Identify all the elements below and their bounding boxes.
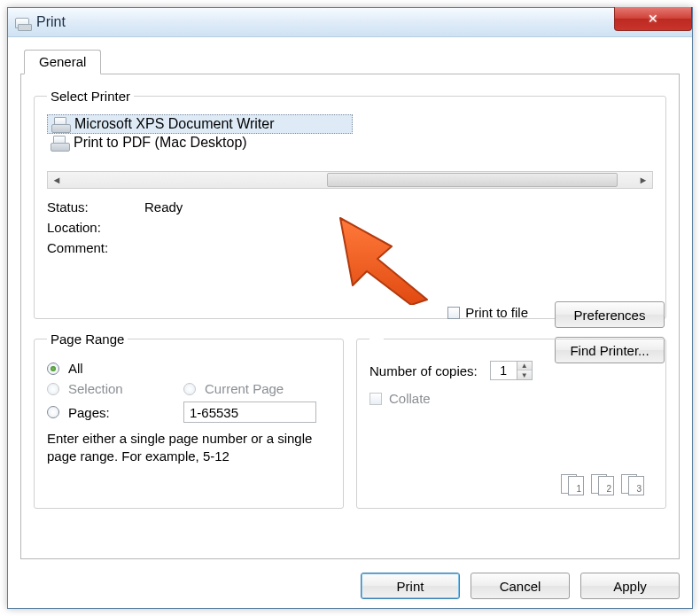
titlebar[interactable]: Print ✕: [8, 8, 692, 37]
collate-page: 1: [568, 476, 584, 495]
radio-selection-label: Selection: [68, 381, 175, 396]
cancel-button[interactable]: Cancel: [471, 573, 570, 599]
tab-general[interactable]: General: [24, 50, 101, 74]
printer-status: Status: Ready Location: Comment:: [47, 199, 366, 255]
printer-item-xps[interactable]: Microsoft XPS Document Writer: [47, 114, 353, 134]
collate-page: 2: [598, 476, 614, 495]
collate-label: Collate: [389, 391, 431, 406]
dialog-footer: Print Cancel Apply: [361, 573, 680, 599]
radio-all[interactable]: [47, 363, 59, 375]
collate-page: 3: [628, 476, 644, 495]
group-page-range: Page Range All Selection Current Page Pa…: [34, 331, 344, 509]
window-title: Print: [36, 14, 66, 30]
status-value: Ready: [144, 199, 366, 214]
close-icon: ✕: [648, 12, 658, 26]
page-range-sel-cur: Selection Current Page: [47, 381, 331, 396]
radio-current-page: [183, 383, 196, 395]
group-select-printer: Select Printer Microsoft XPS Document Wr…: [34, 89, 666, 319]
preferences-button[interactable]: Preferences: [555, 301, 665, 328]
collate-illustration: 11 22 33: [561, 474, 646, 495]
comment-label: Comment:: [47, 240, 144, 255]
page-range-pages[interactable]: Pages:: [47, 402, 331, 423]
printer-icon: [15, 16, 31, 28]
close-button[interactable]: ✕: [614, 7, 692, 31]
tabstrip: General: [20, 50, 680, 74]
collate: Collate: [369, 391, 653, 406]
print-dialog: Print ✕ General Select Printer Microsoft…: [7, 7, 693, 609]
default-badge-icon: [61, 144, 69, 152]
page-range-legend: Page Range: [47, 331, 128, 347]
pages-input[interactable]: [183, 402, 316, 423]
printer-name: Microsoft XPS Document Writer: [74, 116, 275, 132]
apply-button[interactable]: Apply: [580, 573, 680, 599]
scroll-right-icon[interactable]: ►: [634, 172, 652, 188]
location-value: [144, 220, 366, 235]
print-to-file-checkbox[interactable]: [447, 307, 460, 319]
comment-value: [144, 240, 366, 255]
status-label: Status:: [47, 199, 144, 214]
radio-all-label: All: [68, 361, 83, 376]
printer-item-pdf[interactable]: Print to PDF (Mac Desktop): [47, 134, 653, 152]
lower-panels: Page Range All Selection Current Page Pa…: [34, 331, 666, 521]
scroll-track[interactable]: [66, 172, 634, 188]
radio-selection: [47, 383, 59, 395]
scroll-left-icon[interactable]: ◄: [48, 172, 66, 188]
print-button[interactable]: Print: [361, 573, 460, 599]
select-printer-legend: Select Printer: [47, 89, 134, 104]
copies-spinner[interactable]: 1 ▲ ▼: [490, 361, 533, 380]
printer-icon: [51, 117, 71, 131]
copies-label: Number of copies:: [369, 363, 478, 378]
radio-pages[interactable]: [47, 406, 59, 418]
tab-page-general: Select Printer Microsoft XPS Document Wr…: [20, 74, 680, 559]
radio-current-page-label: Current Page: [205, 381, 284, 396]
copies-up[interactable]: ▲: [517, 362, 532, 370]
copies-value[interactable]: 1: [490, 361, 517, 380]
copies-down[interactable]: ▼: [517, 370, 532, 379]
page-range-all[interactable]: All: [47, 361, 331, 376]
collate-checkbox: [369, 393, 382, 405]
printer-list[interactable]: Microsoft XPS Document Writer Print to P…: [47, 113, 653, 160]
horizontal-scrollbar[interactable]: ◄ ►: [47, 171, 653, 189]
page-range-hint: Enter either a single page number or a s…: [47, 430, 331, 466]
printer-icon: [51, 136, 70, 150]
radio-pages-label: Pages:: [68, 405, 175, 420]
print-to-file-label: Print to file: [465, 305, 528, 320]
client-area: General Select Printer Microsoft XPS Doc…: [8, 37, 692, 568]
group-copies: _ Number of copies: 1 ▲ ▼ Co: [356, 331, 666, 509]
print-to-file[interactable]: Print to file: [447, 305, 528, 320]
location-label: Location:: [47, 220, 144, 235]
printer-name: Print to PDF (Mac Desktop): [74, 135, 247, 151]
scroll-thumb[interactable]: [327, 173, 617, 187]
